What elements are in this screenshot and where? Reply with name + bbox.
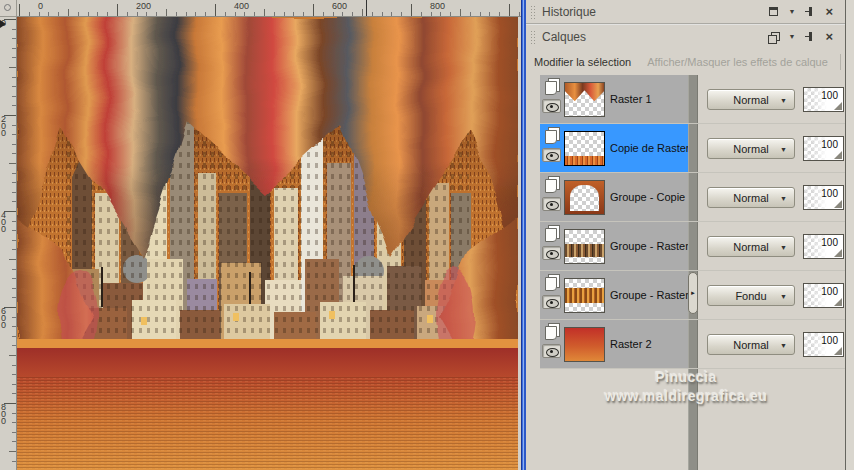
raster-layer-icon: [545, 225, 559, 241]
ruler-label: 200: [1, 116, 10, 137]
vertical-ruler[interactable]: 0 200 400 600 800: [0, 17, 17, 470]
chevron-down-icon: ▼: [780, 97, 787, 104]
image-window: 0 200 400 600 800 0 200 400 600 800: [0, 0, 521, 470]
layer-name[interactable]: Raster 2: [610, 320, 688, 368]
ruler-label: 600: [332, 1, 347, 11]
pin-icon[interactable]: [805, 32, 815, 41]
chevron-down-icon: ▼: [780, 293, 787, 300]
opacity-field[interactable]: 100: [803, 234, 844, 259]
drag-grip-icon[interactable]: [530, 30, 536, 44]
layers-list: Raster 1 Normal ▼ 100: [540, 75, 845, 369]
layer-name[interactable]: Copie de Raster 2: [610, 124, 688, 172]
modify-selection-button[interactable]: Modifier la sélection: [526, 56, 639, 68]
blend-mode-dropdown[interactable]: Normal ▼: [707, 89, 795, 110]
visibility-eye-icon[interactable]: [542, 148, 561, 162]
chevron-down-icon: ▼: [780, 244, 787, 251]
raster-layer-icon: [545, 127, 559, 143]
watermark: Pinuccia www.maldiregrafica.eu: [536, 368, 836, 406]
artwork-svg: [17, 17, 518, 470]
watermark-line2: www.maldiregrafica.eu: [536, 387, 836, 406]
blend-mode-dropdown[interactable]: Normal ▼: [707, 187, 795, 208]
visibility-eye-icon[interactable]: [542, 344, 561, 358]
close-icon[interactable]: ×: [825, 5, 833, 18]
layer-thumbnail[interactable]: [564, 278, 605, 313]
chevron-down-icon[interactable]: ▼: [788, 33, 795, 40]
horizontal-ruler[interactable]: 0 200 400 600 800: [17, 0, 521, 17]
layer-thumbnail[interactable]: [564, 229, 605, 264]
ruler-label: 800: [430, 1, 445, 11]
opacity-value: 100: [821, 90, 838, 101]
visibility-eye-icon[interactable]: [542, 197, 561, 211]
layer-row-raster-2[interactable]: Raster 2 Normal ▼ 100: [540, 320, 845, 369]
ruler-major-ticks: [19, 4, 521, 16]
ruler-label: 600: [1, 308, 10, 329]
history-panel-title: Historique: [542, 5, 769, 19]
blend-mode-dropdown[interactable]: Fondu ▼: [707, 285, 795, 306]
opacity-slider-handle[interactable]: [834, 347, 842, 355]
layer-name[interactable]: Groupe - Raster 2: [610, 222, 688, 270]
opacity-field[interactable]: 100: [803, 87, 844, 112]
layer-row-groupe-raster-2[interactable]: Groupe - Raster 2 Normal ▼ 100: [540, 222, 845, 271]
palette-panels: Historique ▼ × Calques ▼ × Modifier la s…: [526, 0, 854, 470]
blend-mode-dropdown[interactable]: Normal ▼: [707, 236, 795, 257]
layer-row-copie-de-raster-2[interactable]: Copie de Raster 2 Normal ▼ 100: [540, 124, 845, 173]
blend-mode-value: Normal: [733, 94, 768, 106]
visibility-eye-icon[interactable]: [542, 246, 561, 260]
show-hide-effects-button[interactable]: Afficher/Masquer les effets de calque: [639, 56, 836, 68]
layers-panel-title: Calques: [542, 30, 768, 44]
opacity-slider-handle[interactable]: [834, 151, 842, 159]
history-panel-header[interactable]: Historique ▼ ×: [526, 0, 845, 23]
chevron-down-icon[interactable]: ▼: [788, 8, 795, 15]
opacity-value: 100: [821, 335, 838, 346]
layer-name[interactable]: Groupe - Raster 2 O: [610, 271, 688, 319]
layer-thumbnail[interactable]: [564, 327, 605, 362]
layer-row-groupe-raster-2-o[interactable]: Groupe - Raster 2 O Fondu ▼ 100: [540, 271, 845, 320]
opacity-slider-handle[interactable]: [834, 102, 842, 110]
ruler-label: 0: [38, 1, 43, 11]
pin-icon[interactable]: [805, 7, 815, 16]
chevron-down-icon: ▼: [780, 195, 787, 202]
opacity-value: 100: [821, 286, 838, 297]
visibility-eye-icon[interactable]: [542, 295, 561, 309]
layer-name[interactable]: Raster 1: [610, 75, 688, 123]
float-window-icon[interactable]: [769, 7, 778, 16]
raster-layer-icon: [545, 78, 559, 94]
opacity-value: 100: [821, 237, 838, 248]
opacity-field[interactable]: 100: [803, 136, 844, 161]
layer-thumbnail[interactable]: [564, 180, 605, 215]
raster-layer-icon: [545, 176, 559, 192]
layer-row-groupe-copie-de-raster-2[interactable]: Groupe - Copie de R Normal ▼ 100: [540, 173, 845, 222]
blend-mode-dropdown[interactable]: Normal ▼: [707, 138, 795, 159]
blend-mode-value: Normal: [733, 192, 768, 204]
blend-mode-value: Normal: [733, 143, 768, 155]
ruler-label: 800: [1, 404, 10, 425]
raster-layer-icon: [545, 323, 559, 339]
panel-scroll-strip[interactable]: [845, 0, 854, 470]
blend-mode-dropdown[interactable]: Normal ▼: [707, 334, 795, 355]
opacity-field[interactable]: 100: [803, 283, 844, 308]
layer-thumbnail[interactable]: [564, 131, 605, 166]
layer-name[interactable]: Groupe - Copie de R: [610, 173, 688, 221]
toolbar-separator: [840, 54, 841, 70]
canvas-artwork[interactable]: [17, 17, 518, 470]
opacity-value: 100: [821, 139, 838, 150]
dock-window-icon[interactable]: [768, 32, 778, 42]
drag-grip-icon[interactable]: [530, 5, 536, 19]
opacity-slider-handle[interactable]: [834, 200, 842, 208]
cursor-position-marker: [366, 0, 367, 16]
chevron-down-icon: ▼: [780, 146, 787, 153]
cursor-position-marker: [0, 20, 6, 28]
layers-panel-header[interactable]: Calques ▼ ×: [526, 25, 845, 48]
opacity-field[interactable]: 100: [803, 185, 844, 210]
close-icon[interactable]: ×: [825, 30, 833, 43]
opacity-slider-handle[interactable]: [834, 249, 842, 257]
opacity-value: 100: [821, 188, 838, 199]
ruler-label: 400: [234, 1, 249, 11]
layer-row-raster-1[interactable]: Raster 1 Normal ▼ 100: [540, 75, 845, 124]
layer-thumbnail[interactable]: [564, 82, 605, 117]
opacity-slider-handle[interactable]: [834, 298, 842, 306]
ruler-label: 200: [136, 1, 151, 11]
opacity-field[interactable]: 100: [803, 332, 844, 357]
blend-mode-value: Normal: [733, 241, 768, 253]
visibility-eye-icon[interactable]: [542, 99, 561, 113]
